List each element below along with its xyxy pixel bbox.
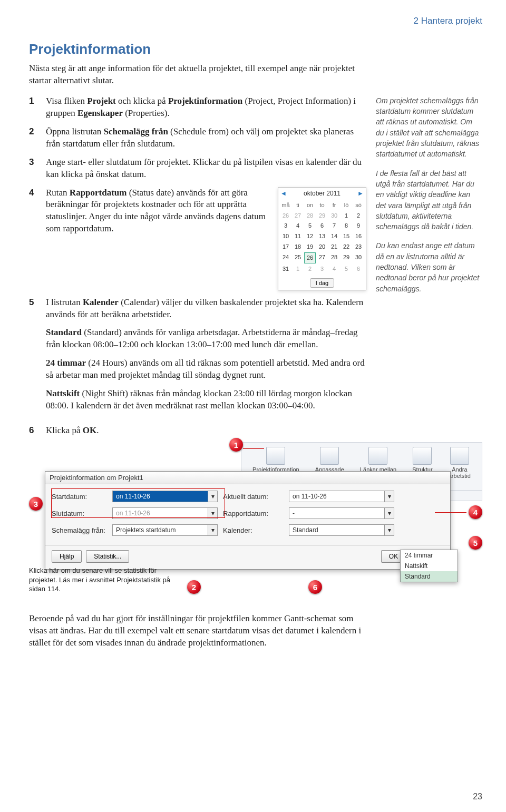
term: Projekt xyxy=(87,96,115,106)
calendar-day[interactable]: 26 xyxy=(280,211,291,221)
step-3: 3 Ange start- eller slutdatum för projek… xyxy=(29,156,366,181)
dropdown-option-selected[interactable]: Standard xyxy=(401,571,458,582)
calendar-day[interactable]: 11 xyxy=(292,231,304,241)
calendar-day[interactable]: 1 xyxy=(340,211,352,221)
calendar-day[interactable]: 24 xyxy=(280,252,291,263)
step-number: 5 xyxy=(29,297,38,419)
calendar-prev-icon[interactable]: ◄ xyxy=(280,189,287,198)
calendar-day[interactable]: 18 xyxy=(292,242,304,252)
calendar-day[interactable]: 4 xyxy=(328,264,340,274)
intro-paragraph: Nästa steg är att ange information för d… xyxy=(29,63,366,87)
value: on 11-10-26 xyxy=(293,493,327,500)
label-schedulefrom: Schemalägg från: xyxy=(52,526,107,534)
calendar-day[interactable]: 2 xyxy=(304,264,316,274)
calendar-day[interactable]: 3 xyxy=(280,221,291,231)
dropdown-icon[interactable]: ▾ xyxy=(208,525,217,535)
term: Nattskift xyxy=(46,388,80,398)
calendar-day[interactable]: 14 xyxy=(328,231,340,241)
calendar-day[interactable]: 10 xyxy=(280,231,291,241)
step-number: 4 xyxy=(29,187,38,290)
text: (Properties). xyxy=(123,108,170,118)
statistics-button[interactable]: Statistik... xyxy=(86,550,129,563)
calendar-day[interactable]: 21 xyxy=(328,242,340,252)
sidebar-note: Om projektet schemaläggs från startdatum… xyxy=(376,95,482,160)
term: Kalender xyxy=(83,297,119,307)
field-schedulefrom[interactable]: Projektets startdatum▾ xyxy=(112,524,218,536)
field-reportdate[interactable]: -▾ xyxy=(289,507,394,519)
calendar-day[interactable]: 2 xyxy=(353,211,364,221)
calendar-day[interactable]: 30 xyxy=(328,211,340,221)
term: Standard xyxy=(46,327,82,337)
calendar-day[interactable]: 15 xyxy=(340,231,352,241)
calendar-day[interactable]: 7 xyxy=(328,221,340,231)
calendar-popup[interactable]: ◄ oktober 2011 ► måtiontofrlösö262728293… xyxy=(278,187,366,290)
dropdown-option[interactable]: 24 timmar xyxy=(401,550,458,561)
calendar-day[interactable]: 6 xyxy=(316,221,328,231)
calendar-day[interactable]: 30 xyxy=(353,252,364,263)
text: (Night Shift) räknas från måndag klockan… xyxy=(46,388,352,410)
ribbon-item[interactable]: Struktur xyxy=(412,447,433,473)
step-number: 1 xyxy=(29,95,38,120)
calendar-day[interactable]: 26 xyxy=(304,252,316,263)
calendar-day[interactable]: 19 xyxy=(304,242,316,252)
step-5: 5 I listrutan Kalender (Calendar) väljer… xyxy=(29,297,366,419)
calendar-day[interactable]: 28 xyxy=(328,252,340,263)
calendar-next-icon[interactable]: ► xyxy=(357,189,364,198)
help-button[interactable]: Hjälp xyxy=(52,550,82,563)
dropdown-icon[interactable]: ▾ xyxy=(384,525,394,535)
calendar-weekday: on xyxy=(304,200,316,210)
label-calendar: Kalender: xyxy=(223,526,284,534)
text: Rutan xyxy=(46,188,70,198)
label-reportdate: Rapportdatum: xyxy=(223,510,284,517)
calendar-day[interactable]: 1 xyxy=(292,264,304,274)
calendar-day[interactable]: 9 xyxy=(353,221,364,231)
callout-6: 6 xyxy=(308,580,322,594)
figure-caption: Klicka här om du senare vill se statisti… xyxy=(29,566,177,594)
calendar-weekday: lö xyxy=(340,200,352,210)
calendar-day[interactable]: 5 xyxy=(340,264,352,274)
calendar-day[interactable]: 13 xyxy=(316,231,328,241)
dropdown-icon[interactable]: ▾ xyxy=(384,491,394,502)
calendar-day[interactable]: 4 xyxy=(292,221,304,231)
text: (24 Hours) används om all tid räknas som… xyxy=(46,358,365,380)
text: Öppna listrutan xyxy=(46,126,104,136)
chapter-header: 2 Hantera projekt xyxy=(29,16,482,26)
calendar-day[interactable]: 27 xyxy=(292,211,304,221)
sidebar-column: Om projektet schemaläggs från startdatum… xyxy=(376,95,482,437)
calendar-day[interactable]: 29 xyxy=(340,252,352,263)
dropdown-option[interactable]: Nattskift xyxy=(401,561,458,571)
calendar-day[interactable]: 22 xyxy=(340,242,352,252)
field-calendar[interactable]: Standard▾ xyxy=(289,524,394,536)
term: Schemalägg från xyxy=(104,126,168,136)
callout-connector xyxy=(435,512,466,513)
calendar-day[interactable]: 5 xyxy=(304,221,316,231)
dropdown-icon[interactable]: ▾ xyxy=(384,508,394,518)
calendar-day[interactable]: 29 xyxy=(316,211,328,221)
calendar-today-button[interactable]: I dag xyxy=(310,278,334,288)
ribbon-item[interactable]: Projektinformation xyxy=(252,447,299,473)
calendar-day[interactable]: 23 xyxy=(353,242,364,252)
calendar-weekday: sö xyxy=(353,200,364,210)
calendar-day[interactable]: 8 xyxy=(340,221,352,231)
calendar-day[interactable]: 16 xyxy=(353,231,364,241)
calendar-day[interactable]: 6 xyxy=(353,264,364,274)
text: . xyxy=(96,425,99,435)
calendar-day[interactable]: 27 xyxy=(316,252,328,263)
ribbon-item[interactable]: Ändra arbetstid xyxy=(449,447,471,479)
callout-4: 4 xyxy=(469,505,482,519)
calendar-day[interactable]: 31 xyxy=(280,264,291,274)
term: OK xyxy=(83,425,96,435)
step-number: 6 xyxy=(29,425,38,437)
field-currentdate[interactable]: on 11-10-26▾ xyxy=(289,491,394,502)
calendar-weekday: må xyxy=(280,200,291,210)
calendar-day[interactable]: 28 xyxy=(304,211,316,221)
sidebar-note: Du kan endast ange ett datum då en av li… xyxy=(376,240,482,294)
calendar-day[interactable]: 12 xyxy=(304,231,316,241)
sidebar-note: I de flesta fall är det bäst att utgå fr… xyxy=(376,168,482,232)
calendar-dropdown[interactable]: 24 timmar Nattskift Standard xyxy=(400,550,458,582)
calendar-day[interactable]: 25 xyxy=(292,252,304,263)
calendar-day[interactable]: 17 xyxy=(280,242,291,252)
calendar-day[interactable]: 20 xyxy=(316,242,328,252)
text: Ange start- eller slutdatum för projekte… xyxy=(46,156,366,181)
calendar-day[interactable]: 3 xyxy=(316,264,328,274)
